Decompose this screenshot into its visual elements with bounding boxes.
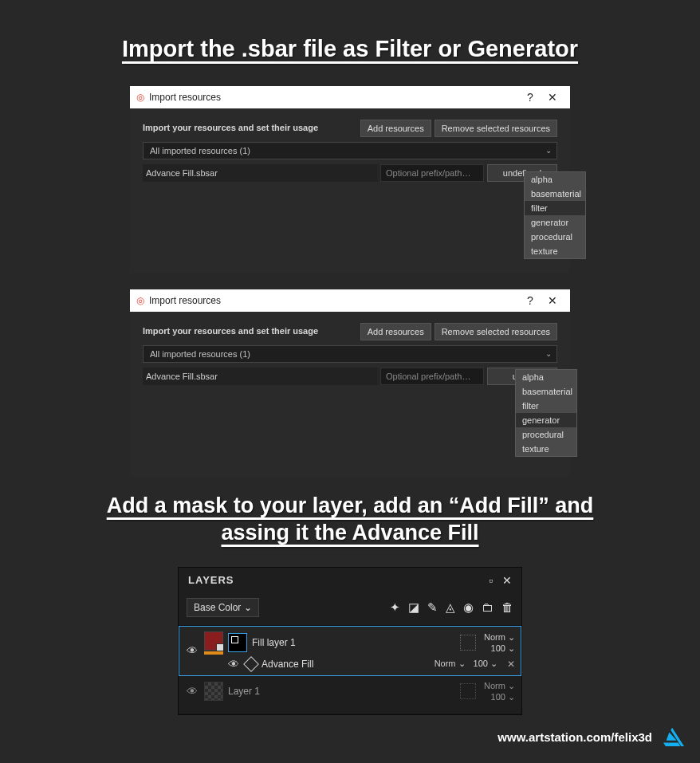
layer-row-fill[interactable]: 👁 Fill layer 1 Norm ⌄ 100 ⌄ 👁 Advance Fi… xyxy=(179,626,521,676)
detach-icon[interactable]: ▫ xyxy=(489,574,493,587)
channel-select[interactable]: Base Color ⌄ xyxy=(187,598,259,617)
chevron-down-icon: ⌄ xyxy=(545,146,552,155)
app-icon: ◎ xyxy=(136,295,144,306)
artstation-logo-icon xyxy=(662,726,686,747)
remove-effect-button[interactable]: ✕ xyxy=(507,659,515,670)
app-icon: ◎ xyxy=(136,92,144,103)
dropdown-item-texture[interactable]: texture xyxy=(516,442,576,456)
preview-thumbnail[interactable] xyxy=(460,635,476,651)
add-resources-button[interactable]: Add resources xyxy=(360,120,431,137)
remove-resources-button[interactable]: Remove selected resources xyxy=(435,323,557,340)
blend-mode[interactable]: Norm ⌄ xyxy=(484,632,515,643)
resources-select-label: All imported resources (1) xyxy=(150,146,250,155)
layers-header: LAYERS ▫ ✕ xyxy=(179,568,521,593)
dropdown-item-basematerial[interactable]: basematerial xyxy=(516,384,576,399)
resource-name: Advance Fill.sbsar xyxy=(143,164,377,182)
mask-thumbnail[interactable] xyxy=(228,633,247,652)
resources-select[interactable]: All imported resources (1) ⌄ xyxy=(143,142,557,159)
visibility-toggle[interactable]: 👁 xyxy=(226,658,241,671)
resources-select-label: All imported resources (1) xyxy=(150,349,250,359)
opacity-value[interactable]: 100 ⌄ xyxy=(491,692,515,702)
resource-row: Advance Fill.sbsar Optional prefix/path…… xyxy=(143,164,557,182)
page-title-2: Add a mask to your layer, add an “Add Fi… xyxy=(71,493,629,547)
layer-row-1[interactable]: 👁 Layer 1 Norm ⌄ 100 ⌄ xyxy=(179,676,521,714)
layer-thumbnail[interactable] xyxy=(204,682,223,701)
dialog-titlebar: ◎ Import resources ? ✕ xyxy=(130,86,570,108)
close-icon[interactable]: ✕ xyxy=(502,574,512,587)
dropdown-item-filter[interactable]: filter xyxy=(516,399,576,413)
close-button[interactable]: ✕ xyxy=(541,91,564,104)
dropdown-item-alpha[interactable]: alpha xyxy=(525,172,585,187)
help-button[interactable]: ? xyxy=(519,294,541,307)
dropdown-item-alpha[interactable]: alpha xyxy=(516,370,576,384)
dropdown-item-filter[interactable]: filter xyxy=(525,201,585,215)
preview-thumbnail[interactable] xyxy=(460,683,476,699)
visibility-toggle[interactable]: 👁 xyxy=(185,644,199,657)
instruction-text: Import your resources and set their usag… xyxy=(143,326,357,336)
layers-toolbar: Base Color ⌄ ✦ ◪ ✎ ◬ ◉ 🗀 🗑 xyxy=(179,593,521,626)
dialog-titlebar: ◎ Import resources ? ✕ xyxy=(130,289,570,312)
dropdown-item-generator[interactable]: generator xyxy=(516,413,576,427)
layer-thumbnail[interactable] xyxy=(204,631,223,651)
resource-name: Advance Fill.sbsar xyxy=(143,368,377,385)
fill-effect-icon xyxy=(243,656,259,672)
blend-mode[interactable]: Norm ⌄ xyxy=(435,659,466,669)
dropdown-item-procedural[interactable]: procedural xyxy=(516,427,576,442)
bucket-icon[interactable]: ◬ xyxy=(446,600,455,615)
footer-url: www.artstation.com/felix3d xyxy=(497,730,652,744)
prefix-input[interactable]: Optional prefix/path… xyxy=(380,368,484,385)
brush-icon[interactable]: ✎ xyxy=(427,600,438,615)
visibility-toggle[interactable]: 👁 xyxy=(185,685,199,698)
resources-select[interactable]: All imported resources (1) ⌄ xyxy=(143,345,557,363)
chevron-down-icon: ⌄ xyxy=(545,349,552,358)
dropdown-item-procedural[interactable]: procedural xyxy=(525,230,585,244)
add-resources-button[interactable]: Add resources xyxy=(360,323,431,340)
close-button[interactable]: ✕ xyxy=(541,294,564,307)
smart-icon[interactable]: ◉ xyxy=(463,600,474,615)
effect-name: Advance Fill xyxy=(262,659,427,670)
layers-panel: LAYERS ▫ ✕ Base Color ⌄ ✦ ◪ ✎ ◬ ◉ 🗀 🗑 👁 … xyxy=(178,567,522,715)
layer-name[interactable]: Layer 1 xyxy=(228,686,455,697)
effect-row-advance-fill[interactable]: 👁 Advance Fill Norm ⌄ 100 ⌄ ✕ xyxy=(204,658,515,671)
dropdown-item-generator[interactable]: generator xyxy=(525,215,585,230)
usage-type-dropdown: alpha basematerial filter generator proc… xyxy=(515,369,577,457)
mask-icon[interactable]: ◪ xyxy=(408,600,419,615)
effects-icon[interactable]: ✦ xyxy=(390,600,400,615)
channel-indicator xyxy=(204,651,223,655)
opacity-value[interactable]: 100 ⌄ xyxy=(491,643,515,654)
instruction-text: Import your resources and set their usag… xyxy=(143,123,357,132)
dialog-title: Import resources xyxy=(149,92,519,103)
footer: www.artstation.com/felix3d xyxy=(497,726,686,747)
usage-type-dropdown: alpha basematerial filter generator proc… xyxy=(524,171,586,259)
remove-resources-button[interactable]: Remove selected resources xyxy=(435,120,557,137)
opacity-value[interactable]: 100 ⌄ xyxy=(474,659,497,669)
dropdown-item-basematerial[interactable]: basematerial xyxy=(525,187,585,201)
folder-icon[interactable]: 🗀 xyxy=(482,600,494,614)
prefix-input[interactable]: Optional prefix/path… xyxy=(380,164,484,182)
blend-mode[interactable]: Norm ⌄ xyxy=(484,681,515,691)
layers-title: LAYERS xyxy=(188,574,479,586)
dialog-title: Import resources xyxy=(149,295,519,306)
help-button[interactable]: ? xyxy=(519,91,541,104)
page-title-1: Import the .sbar file as Filter or Gener… xyxy=(0,36,700,62)
import-dialog-1: ◎ Import resources ? ✕ Import your resou… xyxy=(130,86,570,273)
layer-name[interactable]: Fill layer 1 xyxy=(252,637,455,648)
dropdown-item-texture[interactable]: texture xyxy=(525,244,585,258)
trash-icon[interactable]: 🗑 xyxy=(501,600,513,614)
import-dialog-2: ◎ Import resources ? ✕ Import your resou… xyxy=(130,289,570,477)
resource-row: Advance Fill.sbsar Optional prefix/path…… xyxy=(143,368,557,385)
